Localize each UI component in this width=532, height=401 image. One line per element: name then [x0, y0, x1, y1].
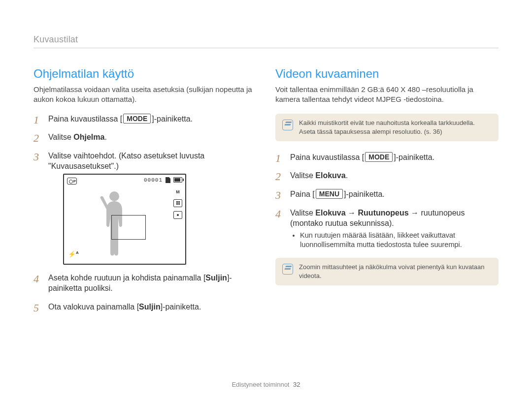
step-text: ]-painiketta. — [161, 303, 201, 311]
bullet-item: Kun ruutujen määrää lisätään, liikkeet v… — [300, 231, 499, 250]
note-box: Kaikki muistikortit eivät tue nauhoitust… — [275, 114, 499, 141]
step-item: Paina kuvaustilassa [MODE]-painiketta. — [33, 114, 257, 124]
section-intro: Ohjelmatilassa voidaan valita useita ase… — [33, 85, 257, 105]
step-text: . — [104, 133, 106, 141]
section-title-program-mode: Ohjelmatilan käyttö — [33, 67, 257, 81]
step-text: Paina kuvaustilassa [ — [290, 153, 364, 161]
quality-grid-icon — [173, 199, 182, 207]
step-text: Valitse — [290, 209, 315, 217]
resolution-icon: M — [173, 188, 182, 195]
mode-button-label: MODE — [365, 152, 393, 162]
focus-frame-icon — [111, 215, 146, 240]
step-arrow: → — [409, 209, 421, 217]
step-bold: Suljin — [205, 274, 227, 282]
camera-lcd-screenshot: 00001 M — [63, 174, 186, 265]
step-text: ]-painiketta. — [344, 190, 385, 198]
two-column-layout: Ohjelmatilan käyttö Ohjelmatilassa voida… — [33, 67, 499, 320]
steps-list-right: Paina kuvaustilassa [MODE]-painiketta. V… — [275, 152, 499, 250]
step-bold: Elokuva — [315, 209, 345, 217]
lcd-right-icon-stack: M — [173, 188, 182, 219]
step-item: Valitse Ohjelma. — [33, 132, 257, 143]
section-title-video: Videon kuvaaminen — [275, 67, 499, 81]
step-text: Ota valokuva painamalla [ — [48, 303, 139, 311]
mode-button-label: MODE — [123, 114, 151, 123]
right-column: Videon kuvaaminen Voit tallentaa enimmil… — [275, 67, 499, 320]
step-item: Valitse Elokuva → Ruutunopeus → ruutunop… — [275, 208, 499, 250]
step-sub-bullet: Kun ruutujen määrää lisätään, liikkeet v… — [298, 231, 499, 250]
step-text: Aseta kohde ruutuun ja kohdista painamal… — [48, 274, 205, 282]
note-box: Zoomin mittasuhteet ja näkökulma voivat … — [275, 258, 499, 285]
step-text: Paina kuvaustilassa [ — [48, 115, 122, 123]
flash-auto-icon: ⚡A — [68, 250, 79, 259]
step-text: Valitse vaihtoehdot. (Katso asetukset lu… — [48, 152, 204, 171]
step-bold: Ohjelma — [73, 133, 104, 141]
camera-mode-icon — [67, 178, 77, 185]
step-bold: Suljin — [139, 303, 161, 311]
page-footer: Edistyneet toiminnot 32 — [0, 381, 532, 388]
step-bold: Ruutunopeus — [358, 209, 409, 217]
step-text: ]-painiketta. — [394, 153, 434, 161]
svg-point-0 — [109, 191, 119, 201]
sd-card-icon — [166, 177, 170, 183]
note-text: Zoomin mittasuhteet ja näkökulma voivat … — [299, 263, 492, 280]
step-item: Aseta kohde ruutuun ja kohdista painamal… — [33, 273, 257, 294]
page-number: 32 — [293, 381, 300, 388]
left-column: Ohjelmatilan käyttö Ohjelmatilassa voida… — [33, 67, 257, 320]
note-text: Kaikki muistikortit eivät tue nauhoitust… — [299, 119, 492, 136]
metering-icon — [173, 211, 182, 219]
step-item: Valitse Elokuva. — [275, 170, 499, 181]
step-arrow: → — [346, 209, 358, 217]
step-item: Ota valokuva painamalla [Suljin]-painike… — [33, 302, 257, 312]
step-item: Paina kuvaustilassa [MODE]-painiketta. — [275, 152, 499, 163]
step-text: ]-painiketta. — [152, 115, 193, 123]
step-item: Valitse vaihtoehdot. (Katso asetukset lu… — [33, 151, 257, 265]
step-text: . — [346, 171, 348, 180]
section-intro: Voit tallentaa enimmillään 2 GB:ä 640 X … — [275, 85, 499, 105]
steps-list-left: Paina kuvaustilassa [MODE]-painiketta. V… — [33, 114, 257, 312]
manual-page: Kuvaustilat Ohjelmatilan käyttö Ohjelmat… — [0, 0, 532, 320]
footer-section-label: Edistyneet toiminnot — [232, 381, 289, 388]
menu-button-label: MENU — [316, 189, 343, 199]
breadcrumb: Kuvaustilat — [33, 34, 499, 48]
battery-icon — [173, 177, 182, 183]
step-text: Valitse — [290, 171, 315, 180]
step-bold: Elokuva — [315, 171, 345, 180]
frame-counter: 00001 — [144, 177, 163, 184]
note-icon — [282, 264, 293, 275]
note-icon — [282, 120, 293, 130]
step-text: Valitse — [48, 133, 73, 141]
step-text: Paina [ — [290, 190, 315, 198]
step-item: Paina [MENU]-painiketta. — [275, 189, 499, 200]
